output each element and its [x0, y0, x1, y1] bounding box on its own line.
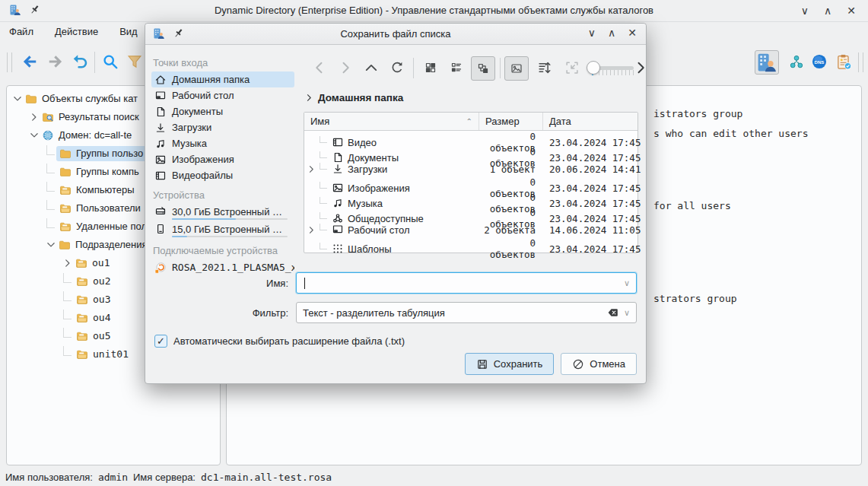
policies-button[interactable] — [832, 50, 855, 73]
tree-branch — [63, 310, 72, 319]
object-description: for all users — [653, 200, 731, 211]
file-name-label: Документы — [348, 152, 399, 164]
chevron-right-icon[interactable] — [307, 226, 316, 234]
globe-icon — [42, 129, 54, 141]
detail-view-button[interactable] — [471, 56, 495, 81]
tree-item-label: Объекты службы кат — [42, 93, 138, 105]
tree-item-content[interactable]: Пользователи — [56, 201, 147, 216]
file-date-cell: 23.04.2024 17:45 — [543, 198, 637, 209]
zoom-slider-knob[interactable] — [587, 61, 600, 75]
breadcrumb[interactable]: Домашняя папка — [305, 92, 403, 103]
table-row[interactable]: Общедоступные0 объектов23.04.2024 17:45 — [304, 207, 637, 222]
chevron-right-icon[interactable] — [307, 165, 316, 173]
sidebar-item[interactable]: Музыка — [151, 135, 294, 151]
table-row[interactable]: Загрузки1 объект20.06.2024 14:41 — [304, 161, 637, 176]
reload-button[interactable] — [386, 56, 409, 79]
undo-button[interactable] — [68, 50, 91, 73]
filter-button[interactable] — [123, 50, 146, 73]
tree-item-content[interactable]: unit01 — [73, 347, 135, 362]
tree-branch-line — [320, 212, 327, 219]
nav-back-button — [308, 56, 331, 79]
chevron-down-icon[interactable]: ∨ — [624, 278, 630, 288]
back-button[interactable] — [18, 50, 41, 73]
maximize-button[interactable]: ∧ — [824, 4, 831, 17]
chevron-down-icon[interactable] — [13, 94, 22, 103]
tree-item-content[interactable]: Удаленные пол — [56, 219, 153, 234]
tree-branch-line — [320, 151, 327, 158]
column-header-size[interactable]: Размер — [479, 113, 543, 130]
status-server-value: dc1-main.all-test.rosa — [201, 472, 332, 483]
tree-item-content[interactable]: Группы компь — [56, 164, 145, 179]
tree-item-content[interactable]: ou5 — [73, 329, 116, 344]
column-header-date[interactable]: Дата — [543, 113, 637, 130]
toolbar-overflow-button[interactable] — [629, 56, 652, 79]
tree-branch — [307, 184, 316, 192]
clear-text-icon[interactable] — [607, 307, 619, 319]
desktop-icon — [332, 224, 344, 236]
breadcrumb-label[interactable]: Домашняя папка — [318, 92, 403, 103]
menu-file[interactable]: Файл — [9, 26, 33, 37]
sidebar-device-item[interactable]: 30,0 ГиБ Встроенный … — [151, 204, 294, 221]
folder-icon — [59, 166, 72, 178]
sidebar-item[interactable]: Рабочий стол — [151, 87, 294, 103]
minimize-button[interactable]: ∨ — [801, 4, 809, 17]
menu-view[interactable]: Вид — [119, 26, 138, 37]
sidebar-item[interactable]: Документы — [151, 103, 294, 119]
table-row[interactable]: Рабочий стол2 объекта14.06.2024 11:05 — [304, 222, 637, 237]
toolbar-handle[interactable] — [7, 52, 12, 72]
save-button[interactable]: Сохранить — [465, 353, 555, 375]
document-icon — [154, 106, 167, 118]
column-header-name[interactable]: Имя⌃ — [304, 113, 479, 130]
sidebar-item[interactable]: Видеофайлы — [151, 167, 294, 183]
dialog-maximize-button[interactable]: ∧ — [608, 27, 615, 39]
toolbar-handle-right[interactable] — [858, 52, 863, 72]
chevron-down-icon[interactable]: ∨ — [624, 308, 630, 318]
nav-up-button[interactable] — [360, 56, 383, 79]
sidebar-item[interactable]: Домашняя папка — [151, 71, 294, 87]
chevron-right-icon[interactable] — [30, 113, 39, 122]
close-button[interactable]: ✕ — [847, 4, 856, 17]
tree-item-content[interactable]: Объекты службы кат — [22, 91, 144, 106]
download-icon — [332, 163, 344, 175]
cancel-button[interactable]: Отмена — [561, 353, 637, 375]
chevron-right-icon[interactable] — [63, 259, 72, 268]
tree-item-selected[interactable]: Группы пользо — [56, 146, 149, 161]
table-row[interactable]: Видео0 объектов23.04.2024 17:45 — [304, 131, 637, 146]
table-row[interactable]: Документы0 объектов23.04.2024 17:45 — [304, 146, 637, 161]
tree-item-content[interactable]: Результаты поиск — [39, 110, 145, 125]
auto-extension-checkbox[interactable]: ✓ — [154, 335, 167, 348]
sidebar-item[interactable]: Изображения — [151, 151, 294, 167]
menu-action[interactable]: Действие — [55, 26, 98, 37]
chevron-down-icon[interactable] — [30, 131, 39, 140]
tree-item-content[interactable]: ou3 — [73, 292, 116, 307]
chevron-down-icon[interactable] — [46, 240, 56, 249]
dialog-minimize-button[interactable]: ∨ — [588, 27, 596, 39]
filter-select[interactable]: Текст - разделитель табуляция ∨ — [296, 302, 637, 323]
tree-item-content[interactable]: ou4 — [73, 310, 116, 326]
tree-branch-line — [320, 243, 327, 249]
tree-item-content[interactable]: Подразделения — [56, 237, 154, 253]
tree-item-label: Группы компь — [76, 166, 139, 178]
filename-input[interactable]: ∨ — [296, 272, 637, 294]
search-button[interactable] — [99, 50, 122, 73]
table-row[interactable]: Музыка0 объектов23.04.2024 17:45 — [304, 192, 637, 207]
table-row[interactable]: Изображения0 объектов23.04.2024 17:45 — [304, 176, 637, 192]
dns-button[interactable]: DNS — [808, 50, 831, 73]
directory-objects-button[interactable] — [755, 50, 779, 75]
sidebar-item[interactable]: Загрузки — [151, 119, 294, 135]
tree-item-content[interactable]: ou2 — [73, 274, 116, 289]
table-row[interactable]: Шаблоны0 объектов23.04.2024 17:45 — [304, 237, 637, 253]
sort-button[interactable] — [533, 56, 556, 79]
tree-item-content[interactable]: ou1 — [72, 256, 116, 271]
tree-item-content[interactable]: Домен: dc=all-te — [39, 128, 138, 143]
tree-item-content[interactable]: Компьютеры — [56, 183, 141, 198]
folder-files-icon — [75, 257, 87, 269]
dialog-close-button[interactable]: ✕ — [628, 27, 637, 39]
sidebar-device-item[interactable]: 15,0 ГиБ Встроенный … — [151, 221, 294, 239]
tree-item-label: ou4 — [93, 312, 110, 324]
cancel-icon — [572, 358, 584, 370]
icon-view-button[interactable] — [419, 56, 442, 79]
topology-button[interactable] — [785, 50, 808, 73]
preview-toggle-button[interactable] — [504, 56, 529, 81]
compact-view-button[interactable] — [445, 56, 468, 79]
